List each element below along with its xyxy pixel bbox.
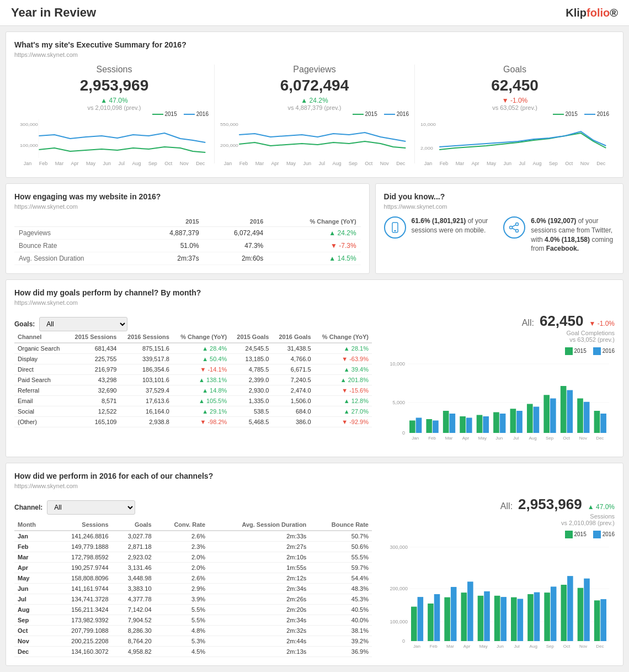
legend-2016-goals: 2016 <box>584 111 609 117</box>
ch-header-channel: Channel <box>14 331 67 343</box>
svg-text:10,000: 10,000 <box>390 361 405 367</box>
perf-sessions: 158,808.8096 <box>50 573 112 584</box>
goals-select[interactable]: All <box>39 317 127 331</box>
bar-2016 <box>433 421 439 433</box>
perf-conv: 2.3% <box>155 542 209 552</box>
perf-row: May 158,808.8096 3,448.98 2.6% 2m:12s 54… <box>14 573 372 584</box>
perf-dur: 2m:13s <box>209 647 310 657</box>
channel-g2015: 2,930.0 <box>230 385 272 396</box>
pageviews-prev: vs 4,887,379 (prev.) <box>220 104 409 111</box>
perf-goals: 4,958.82 <box>112 647 155 657</box>
channel-name: Referral <box>14 385 67 396</box>
page-title: Year in Review <box>11 6 96 20</box>
engagement-header-row: 2015 2016 % Change (YoY) <box>14 216 361 227</box>
perf-th-sessions: Sessions <box>50 519 112 531</box>
svg-text:200,000: 200,000 <box>390 586 408 591</box>
perf-bar-chart: 300,000 200,000 100,000 0 JanFebMarAprMa… <box>383 541 615 654</box>
engagement-2016: 2m:60s <box>204 252 268 265</box>
svg-line-13 <box>513 229 516 230</box>
share-icon <box>503 216 525 239</box>
perf-dur: 1m:55s <box>209 563 310 573</box>
legend-2015-perf: 2015 <box>565 531 587 538</box>
perf-sessions: 149,779.1888 <box>50 542 112 552</box>
bar-2016 <box>567 390 573 433</box>
perf-table: Month Sessions Goals Conv. Rate Avg. Ses… <box>14 519 372 657</box>
legend-2015-sessions: 2015 <box>152 111 177 117</box>
svg-text:300,000: 300,000 <box>20 122 38 127</box>
svg-text:100,000: 100,000 <box>20 143 38 148</box>
bar-2016 <box>584 402 590 433</box>
perf-sessions: 141,246.8816 <box>50 531 112 542</box>
did-you-know-card: Did you know...? https://www.skynet.com … <box>375 183 623 274</box>
svg-text:Jan: Jan <box>413 644 420 649</box>
channel-s2015: 32,690 <box>67 385 120 396</box>
perf-month: Oct <box>14 626 50 636</box>
ch-header-g2015: 2015 Goals <box>230 331 272 343</box>
channel-gc: ▲ 201.8% <box>314 375 372 385</box>
perf-th-month: Month <box>14 519 50 531</box>
perf-all-change: ▲ 47.0% <box>588 503 615 511</box>
svg-text:0: 0 <box>402 638 405 644</box>
bar-2016 <box>484 591 490 641</box>
channel-sc: ▼ -14.1% <box>173 364 230 375</box>
bar-2016 <box>500 597 507 641</box>
channel-name: (Other) <box>14 417 67 427</box>
engagement-change: ▲ 24.2% <box>268 227 360 240</box>
svg-text:Mar: Mar <box>445 436 453 441</box>
channel-row: Display 225,755 339,517.8 ▲ 50.4% 13,185… <box>14 354 372 364</box>
perf-month: Feb <box>14 542 50 552</box>
perf-row: Mar 172,798.8592 2,923.02 2.0% 2m:10s 55… <box>14 552 372 563</box>
svg-text:Sep: Sep <box>546 436 554 441</box>
goals-bar-legend: 2015 2016 <box>383 347 615 355</box>
perf-sessions: 200,215.2208 <box>50 636 112 647</box>
perf-all-sublabel: Sessions <box>590 513 615 520</box>
perf-goals: 3,383.10 <box>112 584 155 594</box>
channel-s2016: 2,938.8 <box>120 417 172 427</box>
perf-bounce: 48.3% <box>310 584 372 594</box>
bar-2015 <box>494 596 500 641</box>
perf-dur: 2m:44s <box>209 636 310 647</box>
ch-header-sc: % Change (YoY) <box>173 331 230 343</box>
perf-bar-legend: 2015 2016 <box>383 531 615 538</box>
bar-2015 <box>527 594 534 641</box>
perf-month: Dec <box>14 647 50 657</box>
channel-g2015: 24,545.5 <box>230 343 272 354</box>
bar-2015 <box>409 421 415 433</box>
svg-text:300,000: 300,000 <box>390 544 408 550</box>
goals-select-label: Goals: <box>14 320 35 328</box>
perf-dur: 2m:34s <box>209 584 310 594</box>
sessions-metric: Sessions 2,953,969 ▲ 47.0% vs 2,010,098 … <box>14 65 214 163</box>
channel-table: Channel 2015 Sessions 2016 Sessions % Ch… <box>14 331 372 427</box>
channel-gc: ▼ -15.6% <box>314 385 372 396</box>
bar-2016 <box>600 599 606 641</box>
channel-gc: ▼ -92.9% <box>314 417 372 427</box>
perf-dur: 2m:32s <box>209 626 310 636</box>
channel-s2015: 216,979 <box>67 364 120 375</box>
perf-channel-select[interactable]: All <box>47 500 135 515</box>
channel-gc: ▼ -63.9% <box>314 354 372 364</box>
pageviews-change: ▲ 24.2% <box>220 97 409 104</box>
perf-goals: 4,377.78 <box>112 594 155 605</box>
engagement-2015: 2m:37s <box>139 252 204 265</box>
perf-month: Jan <box>14 531 50 542</box>
perf-select-row: Channel: All <box>14 500 372 515</box>
perf-bounce: 55.5% <box>310 552 372 563</box>
bar-2015 <box>561 585 567 641</box>
legend-2016-perf: 2016 <box>593 531 615 538</box>
brand-logo: Klipfolio® <box>566 7 618 19</box>
svg-text:200,000: 200,000 <box>220 143 238 148</box>
mobile-icon <box>384 216 406 239</box>
legend-2016-goals-bar: 2016 <box>593 347 615 355</box>
channel-name: Organic Search <box>14 343 67 354</box>
bar-2015 <box>477 415 483 433</box>
metrics-row: Sessions 2,953,969 ▲ 47.0% vs 2,010,098 … <box>14 65 615 163</box>
engagement-change: ▲ 14.5% <box>268 252 360 265</box>
goals-bar-chart: 10,000 5,000 0 JanFebMarAprMayJunJulAugS… <box>383 357 615 448</box>
perf-goals: 3,131.46 <box>112 563 155 573</box>
ch-header-s2015: 2015 Sessions <box>67 331 120 343</box>
channel-g2016: 4,766.0 <box>272 354 314 364</box>
goals-x-axis: JanFebMarAprMayJunJulAugSepOctNovDec <box>420 161 609 166</box>
bar-2016 <box>600 414 606 433</box>
bar-2016 <box>416 418 422 433</box>
ch-header-s2016: 2016 Sessions <box>120 331 172 343</box>
